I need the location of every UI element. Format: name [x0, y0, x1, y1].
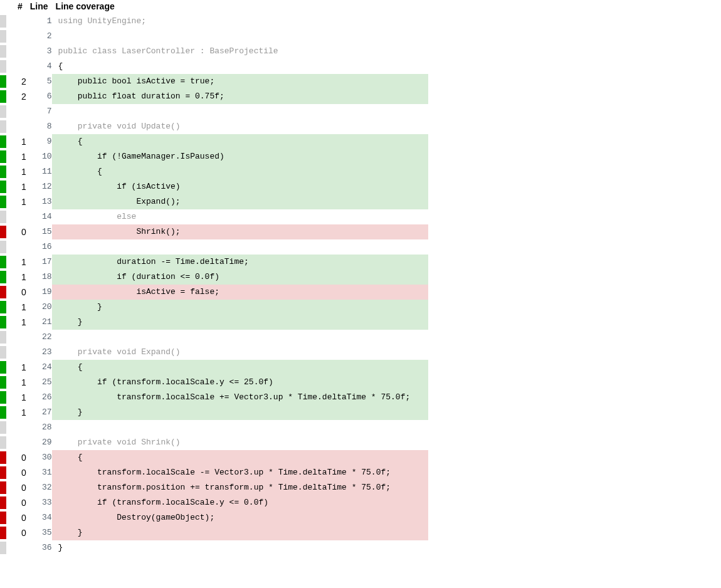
code-cell: Destroy(gameObject);	[52, 510, 428, 525]
code-line: }	[52, 300, 428, 315]
coverage-bar-cell	[0, 179, 14, 194]
coverage-header-row: # Line Line coverage	[0, 0, 428, 14]
table-row: 125 if (transform.localScale.y <= 25.0f)	[0, 375, 428, 390]
code-line: if (isActive)	[52, 179, 428, 194]
coverage-bar-green	[0, 391, 6, 404]
code-cell: using UnityEngine;	[52, 14, 428, 29]
coverage-bar-cell	[0, 300, 14, 315]
code-cell: }	[52, 405, 428, 420]
coverage-bar-cell	[0, 29, 14, 44]
coverage-bar-none	[0, 346, 6, 359]
coverage-bar-none	[0, 105, 6, 118]
table-row: 36}	[0, 540, 428, 555]
coverage-bar-red	[0, 481, 6, 494]
coverage-bar-cell	[0, 14, 14, 29]
hits-cell	[14, 540, 26, 555]
table-row: 3public class LaserController : BaseProj…	[0, 44, 428, 59]
col-line-header: Line	[26, 0, 52, 14]
code-line: {	[52, 59, 428, 74]
code-cell: {	[52, 164, 428, 179]
line-number: 25	[26, 375, 52, 390]
hits-cell: 2	[14, 89, 26, 104]
line-number: 8	[26, 119, 52, 134]
coverage-bar-none	[0, 30, 6, 43]
table-row: 127 }	[0, 405, 428, 420]
hits-cell: 0	[14, 525, 26, 540]
coverage-bar-none	[0, 241, 6, 253]
coverage-bar-cell	[0, 59, 14, 74]
coverage-bar-none	[0, 436, 6, 449]
coverage-bar-cell	[0, 330, 14, 345]
code-line: Shrink();	[52, 224, 428, 239]
coverage-bar-cell	[0, 164, 14, 179]
hits-cell: 0	[14, 450, 26, 465]
code-line: private void Expand()	[52, 345, 428, 360]
line-number: 27	[26, 405, 52, 420]
line-number: 31	[26, 465, 52, 480]
hits-cell: 1	[14, 194, 26, 209]
table-row: 4{	[0, 59, 428, 74]
coverage-bar-cell	[0, 390, 14, 405]
code-line: else	[52, 209, 428, 224]
coverage-bar-green	[0, 135, 6, 148]
hits-cell: 1	[14, 360, 26, 375]
coverage-bar-cell	[0, 375, 14, 390]
code-cell	[52, 420, 428, 435]
table-row: 7	[0, 104, 428, 119]
coverage-bar-cell	[0, 194, 14, 209]
line-number: 16	[26, 239, 52, 255]
code-cell: else	[52, 209, 428, 224]
code-cell: public class LaserController : BaseProje…	[52, 44, 428, 59]
code-cell	[52, 330, 428, 345]
line-number: 5	[26, 74, 52, 89]
line-number: 15	[26, 224, 52, 239]
col-coverage-header: Line coverage	[52, 0, 428, 14]
line-number: 1	[26, 14, 52, 29]
table-row: 2	[0, 29, 428, 44]
code-cell: }	[52, 315, 428, 330]
code-cell: }	[52, 300, 428, 315]
line-number: 14	[26, 209, 52, 224]
coverage-bar-red	[0, 226, 6, 238]
hits-cell	[14, 330, 26, 345]
code-cell: isActive = false;	[52, 285, 428, 300]
hits-cell	[14, 59, 26, 74]
line-number: 9	[26, 134, 52, 149]
table-row: 16	[0, 239, 428, 255]
code-cell	[52, 239, 428, 255]
coverage-bar-cell	[0, 510, 14, 525]
coverage-bar-cell	[0, 119, 14, 134]
line-number: 32	[26, 480, 52, 495]
coverage-bar-cell	[0, 540, 14, 555]
line-number: 3	[26, 44, 52, 59]
code-cell: if (transform.localScale.y <= 25.0f)	[52, 375, 428, 390]
table-row: 113 Expand();	[0, 194, 428, 209]
hits-cell: 1	[14, 315, 26, 330]
code-line: if (duration <= 0.0f)	[52, 270, 428, 285]
coverage-bar-none	[0, 421, 6, 434]
code-cell: private void Update()	[52, 119, 428, 134]
code-cell: }	[52, 525, 428, 540]
hits-cell: 0	[14, 495, 26, 510]
coverage-bar-none	[0, 60, 6, 73]
code-cell: Shrink();	[52, 224, 428, 239]
coverage-bar-red	[0, 527, 6, 539]
table-row: 124 {	[0, 360, 428, 375]
line-number: 17	[26, 255, 52, 270]
coverage-bar-green	[0, 301, 6, 313]
table-row: 29 private void Shrink()	[0, 435, 428, 450]
line-number: 36	[26, 540, 52, 555]
line-number: 20	[26, 300, 52, 315]
coverage-bar-cell	[0, 209, 14, 224]
code-cell	[52, 104, 428, 119]
coverage-bar-cell	[0, 495, 14, 510]
table-row: 032 transform.position += transform.up *…	[0, 480, 428, 495]
coverage-bar-cell	[0, 255, 14, 270]
table-row: 030 {	[0, 450, 428, 465]
table-row: 111 {	[0, 164, 428, 179]
coverage-bar-green	[0, 376, 6, 389]
code-line: Expand();	[52, 194, 428, 209]
hits-cell	[14, 420, 26, 435]
hits-cell	[14, 209, 26, 224]
coverage-bar-none	[0, 331, 6, 344]
